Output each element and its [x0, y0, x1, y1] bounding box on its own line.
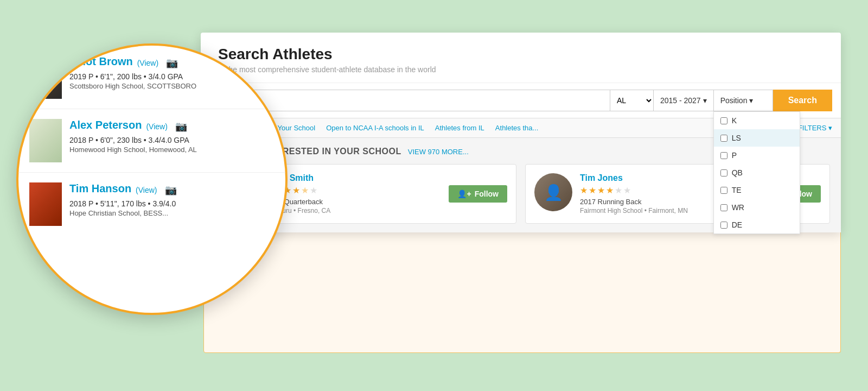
checkbox-qb[interactable]: [720, 169, 727, 176]
page-subtitle: th the most comprehensive student-athlet…: [218, 65, 824, 74]
position-label-ls: LS: [732, 134, 741, 142]
camera-icon-alex: 📷: [175, 121, 187, 133]
position-item-k[interactable]: K: [714, 112, 800, 129]
athlete-name-alex[interactable]: Alex Peterson: [69, 119, 142, 131]
star-6: ★: [623, 185, 631, 195]
checkbox-p[interactable]: [720, 152, 727, 159]
card-header: Search Athletes th the most comprehensiv…: [201, 33, 841, 83]
position-chevron-icon: ▾: [749, 96, 753, 105]
athlete-school-alex: Homewood High School, Homewood, AL: [69, 146, 197, 154]
position-label-wr: WR: [732, 203, 744, 212]
search-input[interactable]: [209, 90, 610, 111]
search-button[interactable]: Search: [773, 90, 832, 111]
year-chevron-icon: ▾: [703, 96, 707, 105]
position-item-wr[interactable]: WR: [714, 199, 800, 216]
athlete-source-john: DB Guru • Fresno, CA: [266, 207, 441, 215]
stars-john: ★ ★ ★ ★ ★ ★: [266, 185, 441, 195]
checkbox-ls[interactable]: [720, 135, 727, 142]
main-card: Search Athletes th the most comprehensiv…: [201, 33, 841, 232]
athlete-list-circle: 🏃 Elliot Brown (View) 📷 2019 P • 6'1", 2…: [16, 43, 288, 315]
star-4: ★: [606, 185, 614, 195]
filter-link-ncaa[interactable]: Open to NCAA I-A schools in IL: [326, 124, 424, 132]
athlete-name-john[interactable]: John Smith: [266, 173, 441, 183]
page-title: Search Athletes: [218, 46, 824, 63]
athlete-school-tim-h: Hope Christian School, BESS...: [69, 209, 177, 217]
position-item-te[interactable]: TE: [714, 181, 800, 199]
camera-icon-tim-h: 📷: [165, 184, 177, 196]
year-dropdown[interactable]: 2015 - 2027 ▾: [653, 90, 713, 111]
view-link-elliot[interactable]: (View): [137, 59, 158, 67]
athlete-name-tim-h[interactable]: Tim Hanson: [69, 182, 131, 195]
avatar-tim-h: [29, 182, 62, 226]
position-item-qb[interactable]: QB: [714, 164, 800, 181]
star-5: ★: [615, 185, 622, 195]
view-more-link[interactable]: VIEW 970 MORE...: [408, 148, 469, 156]
position-label: Position: [720, 96, 748, 105]
search-row: AL IL CA 2015 - 2027 ▾ Position ▾ K LS: [201, 83, 841, 118]
checkbox-k[interactable]: [720, 117, 727, 124]
filter-link-from[interactable]: Athletes from IL: [435, 124, 484, 132]
star-2: ★: [589, 185, 596, 195]
avatar-alex: [29, 119, 62, 162]
position-label-qb: QB: [732, 168, 743, 177]
position-menu: K LS P QB TE: [713, 111, 800, 234]
athlete-school-elliot: Scottsboro High School, SCOTTSBORO: [69, 82, 196, 90]
checkbox-de[interactable]: [720, 222, 727, 229]
year-range-label: 2015 - 2027: [660, 96, 701, 105]
filter-link-other[interactable]: Athletes tha...: [495, 124, 539, 132]
star-5: ★: [301, 185, 309, 195]
follow-icon-john: 👤+: [457, 190, 471, 198]
star-1: ★: [580, 185, 588, 195]
athlete-details-elliot: 2019 P • 6'1", 200 lbs • 3/4.0 GPA: [69, 72, 196, 81]
position-item-ls[interactable]: LS: [714, 129, 800, 147]
camera-icon-elliot: 📷: [166, 57, 178, 69]
athlete-name-elliot[interactable]: Elliot Brown: [69, 55, 133, 68]
checkbox-te[interactable]: [720, 187, 727, 194]
view-link-tim-h[interactable]: (View): [136, 186, 157, 194]
list-item: Tim Hanson (View) 📷 2018 P • 5'11", 170 …: [18, 173, 285, 236]
athlete-details-tim-h: 2018 P • 5'11", 170 lbs • 3.9/4.0: [69, 199, 177, 208]
view-link-alex[interactable]: (View): [146, 122, 167, 131]
checkbox-wr[interactable]: [720, 204, 727, 211]
athlete-position-john: 2019 Quarterback: [266, 198, 441, 206]
athlete-details-alex: 2018 P • 6'0", 230 lbs • 3.4/4.0 GPA: [69, 136, 197, 144]
position-dropdown-wrapper: Position ▾ K LS P QB: [713, 90, 773, 111]
follow-button-john[interactable]: 👤+ Follow: [449, 185, 507, 203]
position-dropdown[interactable]: Position ▾: [713, 90, 773, 111]
position-label-k: K: [732, 116, 737, 125]
state-select[interactable]: AL IL CA: [610, 90, 653, 111]
star-6: ★: [310, 185, 317, 195]
additional-filters-chevron: ▾: [828, 124, 832, 132]
star-4: ★: [292, 185, 300, 195]
position-label-te: TE: [732, 186, 742, 194]
star-3: ★: [597, 185, 605, 195]
avatar-elliot: 🏃: [29, 55, 62, 99]
list-item: Alex Peterson (View) 📷 2018 P • 6'0", 23…: [18, 109, 285, 173]
position-item-de[interactable]: DE: [714, 216, 800, 234]
athlete-info-john: John Smith ★ ★ ★ ★ ★ ★ 2019 Quarterback …: [266, 173, 441, 215]
avatar-tim-j: 👤: [534, 173, 572, 211]
position-item-p[interactable]: P: [714, 147, 800, 164]
position-label-p: P: [732, 151, 737, 160]
position-label-de: DE: [732, 220, 742, 229]
